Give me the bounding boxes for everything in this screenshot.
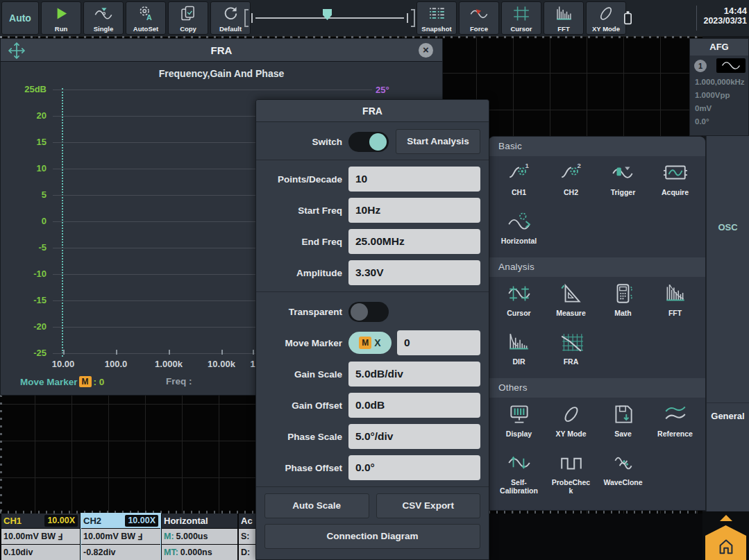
menu-item-ch2[interactable]: 2CH2 <box>545 162 597 205</box>
afg-line: 1.000,000kHz <box>695 76 745 89</box>
start-freq-field[interactable]: 10Hz <box>348 198 480 223</box>
home-button[interactable] <box>705 525 746 560</box>
ch1-scale-readout: 10.00mV BW <box>3 532 56 541</box>
move-marker-label: Move Marker <box>264 338 342 348</box>
svg-text:1: 1 <box>525 162 529 169</box>
horizontal-status-block[interactable]: Horizontal M:5.000us MT:0.000ns <box>162 514 237 560</box>
connection-diagram-button[interactable]: Connection Diagram <box>264 524 480 549</box>
transparent-toggle[interactable] <box>348 302 389 322</box>
start-analysis-button[interactable]: Start Analysis <box>396 129 480 154</box>
toolbar-button-label: Cursor <box>510 25 532 34</box>
marker-axis-selector[interactable]: M X <box>348 332 392 354</box>
csv-export-button[interactable]: CSV Export <box>376 493 481 518</box>
menu-item-fra[interactable]: FRA <box>545 331 597 374</box>
menu-item-label: FRA <box>564 357 579 366</box>
end-freq-field[interactable]: 25.00MHz <box>348 229 480 254</box>
afg-status-panel[interactable]: AFG 1 1.000,000kHz1.000Vpp0mV0.0° <box>689 38 749 136</box>
phase-offset-field[interactable]: 0.0° <box>348 455 480 480</box>
points-decade-field[interactable]: 10 <box>348 167 480 192</box>
menu-item-display[interactable]: Display <box>493 403 545 446</box>
toolbar-button-run[interactable]: Run <box>41 1 81 35</box>
ch1-status-block[interactable]: CH1 10.00X 10.00mV BWℲ 0.10div <box>1 514 80 560</box>
start-freq-label: Start Freq <box>264 205 342 216</box>
move-window-icon[interactable] <box>8 42 26 60</box>
slider-track[interactable] <box>255 17 404 19</box>
ch2-offset-readout: -0.82div <box>81 545 160 560</box>
horizontal-mt-value: 0.000ns <box>180 548 212 557</box>
ch2-status-block[interactable]: CH2 10.00X 10.00mV BWℲ -0.82div <box>81 514 160 560</box>
close-icon[interactable]: × <box>419 43 433 58</box>
toolbar-button-single[interactable]: Single <box>83 1 124 35</box>
trigger-icon <box>611 162 636 187</box>
toolbar-button-copy[interactable]: Copy <box>168 1 208 35</box>
collapse-arrow-icon[interactable] <box>720 515 732 521</box>
menu-item-label: Save <box>614 430 632 438</box>
marker-m-badge: M <box>359 337 371 349</box>
x-tick-label: 1.000k <box>155 359 183 369</box>
fra-switch-toggle[interactable] <box>348 132 389 152</box>
menu-section-basic: Basic <box>489 137 705 156</box>
dialog-field-row: Phase Offset0.0° <box>264 455 480 480</box>
move-marker-readout: Move Marker M : 0 <box>20 376 104 387</box>
ch1-icon: 1 <box>507 162 532 187</box>
toolbar-button-xy-mode[interactable]: XY Mode <box>586 1 626 35</box>
gain-offset-field[interactable]: 0.0dB <box>348 393 480 418</box>
toolbar-button-cursor[interactable]: Cursor <box>501 1 541 35</box>
tab-general[interactable]: General <box>707 411 749 421</box>
toolbar-button-label: Force <box>470 25 488 34</box>
menu-item-measure[interactable]: Measure <box>545 282 597 325</box>
menu-item-label: Acquire <box>662 188 689 196</box>
gain-scale-field[interactable]: 5.0dB/div <box>348 362 480 387</box>
menu-item-fft[interactable]: FFT <box>649 282 701 325</box>
x-tick-label: 10.00k <box>208 359 235 369</box>
home-icon <box>716 536 736 556</box>
menu-item-math[interactable]: Math <box>597 282 649 325</box>
fft-icon <box>663 282 688 307</box>
menu-item-save[interactable]: Save <box>597 403 649 446</box>
single-icon <box>94 2 113 25</box>
menu-item-trigger[interactable]: Trigger <box>597 162 649 205</box>
menu-item-probecheck[interactable]: ProbeCheck <box>545 452 597 495</box>
default-icon <box>221 2 240 25</box>
switch-label: Switch <box>264 137 342 147</box>
dialog-field-row: Start Freq10Hz <box>264 198 480 223</box>
toolbar-button-autoset[interactable]: AAutoSet <box>126 1 166 35</box>
horizontal-position-slider[interactable] <box>244 1 415 35</box>
toolbar-button-label: Default <box>219 25 242 34</box>
menu-item-acquire[interactable]: Acquire <box>649 162 701 205</box>
menu-item-self-calibration[interactable]: Self-Calibration <box>493 452 545 495</box>
menu-item-waveclone[interactable]: WaveClone <box>597 452 649 495</box>
menu-item-cursor[interactable]: Cursor <box>493 282 545 325</box>
marker-position-field[interactable]: 0 <box>397 330 480 355</box>
toolbar-button-force[interactable]: Force <box>459 1 499 35</box>
menu-item-ch1[interactable]: 1CH1 <box>493 162 545 205</box>
menu-item-reference[interactable]: Reference <box>649 403 701 446</box>
menu-item-dir[interactable]: DIR <box>493 331 545 374</box>
amplitude-field[interactable]: 3.30V <box>348 260 480 285</box>
dialog-field-row: Gain Offset0.0dB <box>264 393 480 418</box>
oscilloscope-screen: Auto RunSingleAAutoSetCopyDefault Snapsh… <box>0 0 749 560</box>
toolbar-button-fft[interactable]: FFT <box>544 1 584 35</box>
y-tick-label: 5 <box>3 189 47 200</box>
toolbar-button-snapshot[interactable]: Snapshot <box>416 1 457 35</box>
tab-osc[interactable]: OSC <box>707 222 749 232</box>
acquire-icon <box>663 162 688 187</box>
phase-scale-field[interactable]: 5.0°/div <box>348 424 480 449</box>
marker-cursor-line[interactable] <box>62 88 63 357</box>
toolbar-button-label: Snapshot <box>421 25 451 34</box>
menu-item-label: Horizontal <box>501 237 537 245</box>
ch1-attenuation-badge: 10.00X <box>44 515 78 527</box>
y-tick-label: -5 <box>3 242 47 253</box>
auto-button[interactable]: Auto <box>1 1 39 35</box>
auto-scale-button[interactable]: Auto Scale <box>264 493 369 518</box>
fra-window-titlebar[interactable]: FRA × <box>1 39 442 62</box>
afg-waveform-icon <box>716 58 746 73</box>
menu-item-horizontal[interactable]: Horizontal <box>493 210 545 253</box>
dialog-field-row: Amplitude3.30V <box>264 260 480 285</box>
transparent-label: Transparent <box>264 307 342 317</box>
bw-limit-icon: Ⅎ <box>137 532 142 542</box>
menu-item-xy-mode[interactable]: XY Mode <box>545 403 597 446</box>
toolbar-button-label: Single <box>94 25 114 34</box>
toolbar-separator <box>696 6 697 31</box>
fra-icon <box>559 331 584 356</box>
